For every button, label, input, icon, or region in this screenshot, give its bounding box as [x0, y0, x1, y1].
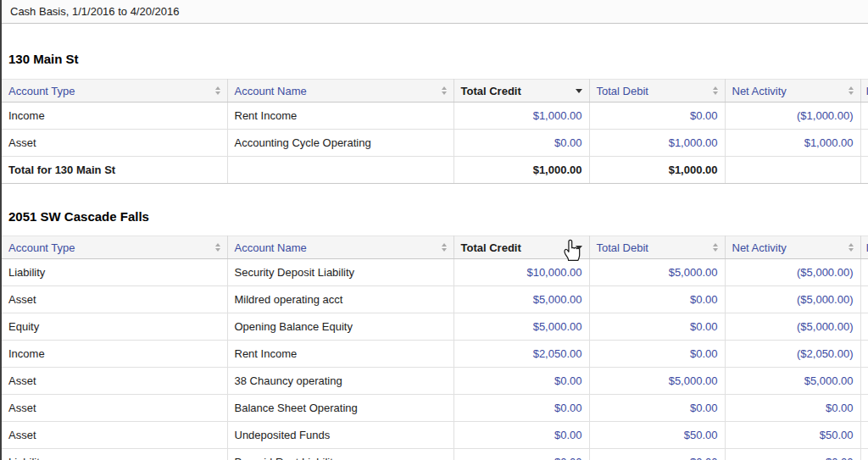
column-label: Account Name [235, 85, 307, 97]
table-row: Liability Security Deposit Liability $10… [2, 259, 868, 286]
cell-account-type: Asset [2, 286, 227, 313]
cell-clipped [860, 368, 868, 395]
cell-clipped [860, 313, 868, 341]
column-header-account-type[interactable]: Account Type [2, 236, 227, 259]
section-heading-130-main-st: 130 Main St [8, 52, 868, 66]
cell-net-activity[interactable]: $0.00 [725, 449, 860, 460]
column-label: Net Activity [732, 85, 787, 97]
column-header-net-activity[interactable]: Net Activity [725, 80, 860, 103]
cell-account-name: Accounting Cycle Operating [227, 130, 453, 157]
cell-net-activity[interactable]: ($5,000.00) [725, 259, 860, 286]
table-row: Income Rent Income $2,050.00 $0.00 ($2,0… [2, 341, 868, 368]
cell-account-name: 38 Chauncy operating [227, 368, 453, 395]
cell-clipped [860, 103, 868, 130]
sort-desc-icon [576, 246, 582, 250]
cell-net-activity[interactable]: $5,000.00 [725, 368, 860, 395]
cell-net-activity[interactable]: ($1,000.00) [725, 103, 860, 130]
cell-account-name: Prepaid Rent Liability [227, 449, 453, 460]
cell-total-credit[interactable]: $0.00 [453, 368, 589, 395]
column-header-clipped[interactable]: I [860, 80, 868, 103]
column-header-total-debit[interactable]: Total Debit [589, 236, 725, 259]
sort-desc-icon [576, 89, 582, 93]
table-header-row: Account Type Account Name Total Credit T… [2, 236, 868, 259]
cell-total-credit[interactable]: $10,000.00 [453, 259, 589, 286]
cell-account-type: Asset [2, 422, 227, 449]
cell-account-type: Asset [2, 130, 227, 157]
column-header-clipped[interactable]: I [860, 236, 868, 259]
table-row: Liability Prepaid Rent Liability $0.00 $… [2, 449, 868, 460]
total-debit: $1,000.00 [589, 157, 725, 184]
table-header-row: Account Type Account Name Total Credit T… [2, 80, 868, 103]
cell-total-debit[interactable]: $0.00 [589, 395, 725, 422]
cell-net-activity[interactable]: ($2,050.00) [725, 341, 860, 368]
cell-total-debit[interactable]: $0.00 [589, 286, 725, 313]
table-row: Asset Accounting Cycle Operating $0.00 $… [2, 130, 868, 157]
cell-total-debit[interactable]: $5,000.00 [589, 259, 725, 286]
column-header-total-debit[interactable]: Total Debit [589, 80, 725, 103]
cell-account-name: Mildred operating acct [227, 286, 453, 313]
cell-total-credit[interactable]: $5,000.00 [453, 286, 589, 313]
cell-net-activity[interactable]: $1,000.00 [725, 130, 860, 157]
total-row-130-main-st: Total for 130 Main St $1,000.00 $1,000.0… [2, 157, 868, 184]
column-header-total-credit[interactable]: Total Credit [453, 236, 589, 259]
cell-total-debit[interactable]: $0.00 [589, 103, 725, 130]
cell-total-credit[interactable]: $2,050.00 [453, 341, 589, 368]
cell-account-type: Income [2, 103, 227, 130]
cell-total-credit[interactable]: $5,000.00 [453, 313, 589, 341]
cell-total-debit[interactable]: $1,000.00 [589, 130, 725, 157]
cell-total-debit[interactable]: $0.00 [589, 449, 725, 460]
table-130-main-st: Account Type Account Name Total Credit T… [2, 79, 868, 184]
column-label: Account Type [8, 241, 75, 254]
sort-icon [442, 86, 447, 95]
cell-net-activity[interactable]: ($5,000.00) [725, 286, 860, 313]
sort-icon [849, 243, 854, 252]
sort-icon [442, 243, 447, 252]
cell-total-credit[interactable]: $0.00 [453, 422, 589, 449]
column-label: Total Debit [597, 85, 648, 97]
total-net [725, 157, 860, 184]
cell-net-activity[interactable]: $0.00 [725, 395, 860, 422]
cell-total-credit[interactable]: $0.00 [453, 449, 589, 460]
column-header-account-name[interactable]: Account Name [227, 80, 453, 103]
cell-account-name: Rent Income [227, 341, 453, 368]
report-page: Cash Basis, 1/1/2016 to 4/20/2016 130 Ma… [0, 0, 868, 460]
table-row: Income Rent Income $1,000.00 $0.00 ($1,0… [2, 103, 868, 130]
cell-account-name: Balance Sheet Operating [227, 395, 453, 422]
cell-net-activity[interactable]: $50.00 [725, 422, 860, 449]
cell-clipped [860, 395, 868, 422]
cell-total-credit[interactable]: $0.00 [453, 130, 589, 157]
cell-account-type: Asset [2, 395, 227, 422]
cell-total-debit[interactable]: $5,000.00 [589, 368, 725, 395]
cell-total-debit[interactable]: $0.00 [589, 341, 725, 368]
cell-account-name [227, 157, 453, 184]
sort-icon [215, 243, 220, 252]
column-header-account-type[interactable]: Account Type [2, 80, 227, 103]
column-label: Total Debit [597, 241, 648, 254]
column-header-net-activity[interactable]: Net Activity [725, 236, 860, 259]
cell-total-credit[interactable]: $1,000.00 [453, 103, 589, 130]
cell-account-name: Rent Income [227, 103, 453, 130]
cell-clipped [860, 130, 868, 157]
cell-clipped [860, 259, 868, 286]
report-basis-text: Cash Basis, 1/1/2016 to 4/20/2016 [10, 5, 179, 18]
cell-clipped [860, 341, 868, 368]
cell-account-name: Security Deposit Liability [227, 259, 453, 286]
cell-total-credit[interactable]: $0.00 [453, 395, 589, 422]
sort-icon [713, 86, 718, 95]
cell-account-name: Undeposited Funds [227, 422, 453, 449]
column-label: Total Credit [461, 241, 521, 254]
cell-clipped [860, 422, 868, 449]
column-header-total-credit[interactable]: Total Credit [453, 80, 589, 103]
cell-total-debit[interactable]: $50.00 [589, 422, 725, 449]
sort-icon [215, 86, 220, 95]
cell-net-activity[interactable]: ($5,000.00) [725, 313, 860, 341]
column-label: Account Name [235, 241, 307, 254]
cell-total-debit[interactable]: $0.00 [589, 313, 725, 341]
section-heading-2051-sw-cascade-falls: 2051 SW Cascade Falls [8, 209, 868, 224]
table-row: Equity Opening Balance Equity $5,000.00 … [2, 313, 868, 341]
column-label: Net Activity [732, 241, 787, 254]
column-label: Total Credit [461, 85, 521, 97]
cell-clipped [860, 157, 868, 184]
table-row: Asset Mildred operating acct $5,000.00 $… [2, 286, 868, 313]
column-header-account-name[interactable]: Account Name [227, 236, 453, 259]
